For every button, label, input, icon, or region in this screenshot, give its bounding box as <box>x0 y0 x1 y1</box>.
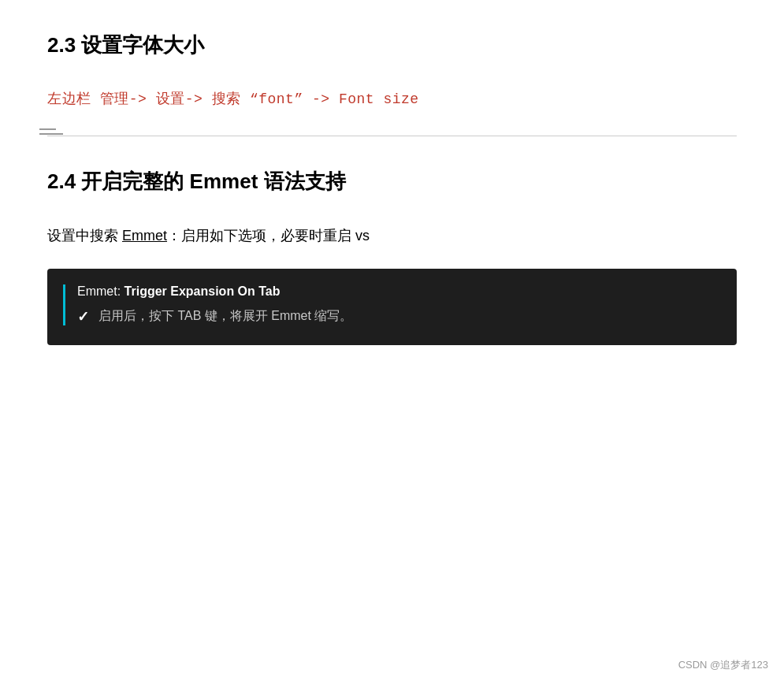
dark-panel: Emmet: Trigger Expansion On Tab ✓ 启用后，按下… <box>47 269 737 345</box>
emmet-title-bold: Trigger Expansion On Tab <box>124 284 281 298</box>
description-suffix: ：启用如下选项，必要时重启 vs <box>167 228 370 243</box>
dark-panel-inner: Emmet: Trigger Expansion On Tab ✓ 启用后，按下… <box>63 284 717 325</box>
page-container: 2.3 设置字体大小 左边栏 管理-> 设置-> 搜索 “font” -> Fo… <box>0 0 784 684</box>
emmet-panel-description: ✓ 启用后，按下 TAB 键，将展开 Emmet 缩写。 <box>77 308 717 325</box>
section-24-description: 设置中搜索 Emmet：启用如下选项，必要时重启 vs <box>47 223 737 248</box>
divider <box>47 136 737 136</box>
emmet-link[interactable]: Emmet <box>122 228 167 243</box>
footer: CSDN @追梦者123 <box>678 658 768 672</box>
section-24-title: 2.4 开启完整的 Emmet 语法支持 <box>47 168 737 195</box>
divider-line-2 <box>39 133 63 135</box>
checkmark-icon: ✓ <box>77 308 89 325</box>
emmet-panel-text: 启用后，按下 TAB 键，将展开 Emmet 缩写。 <box>98 308 352 325</box>
section-23: 2.3 设置字体大小 左边栏 管理-> 设置-> 搜索 “font” -> Fo… <box>0 0 784 136</box>
section-24: 2.4 开启完整的 Emmet 语法支持 设置中搜索 Emmet：启用如下选项，… <box>0 136 784 384</box>
section-23-text: 左边栏 管理-> 设置-> 搜索 “font” -> Font size <box>47 91 419 107</box>
section-23-content: 左边栏 管理-> 设置-> 搜索 “font” -> Font size <box>47 87 737 112</box>
description-prefix: 设置中搜索 <box>47 228 122 243</box>
emmet-panel-title: Emmet: Trigger Expansion On Tab <box>77 284 717 299</box>
divider-icon <box>39 128 63 143</box>
emmet-title-plain: Emmet: <box>77 284 124 298</box>
section-23-title: 2.3 设置字体大小 <box>47 32 737 59</box>
divider-line-1 <box>39 128 56 130</box>
